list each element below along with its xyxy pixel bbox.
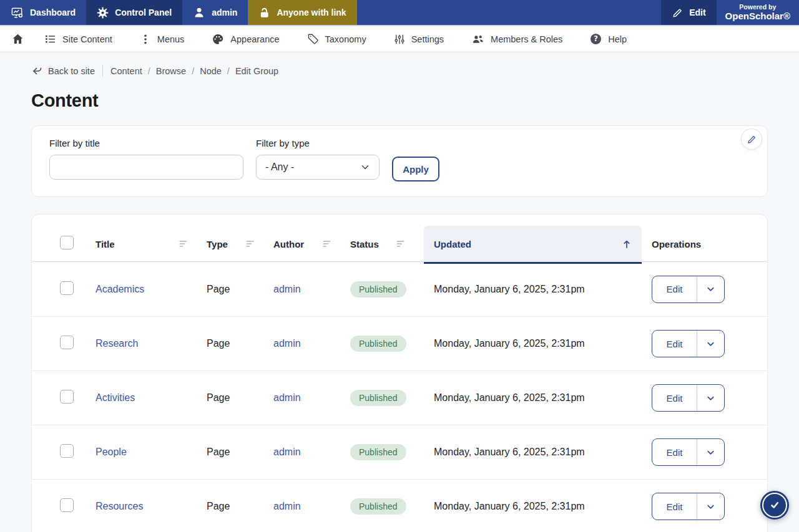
row-edit-button[interactable]: Edit [652, 331, 697, 357]
topbar-spacer [357, 0, 662, 25]
topbar-item-share-link[interactable]: Anyone with link [248, 0, 356, 25]
filter-edit-button[interactable] [741, 128, 762, 150]
row-author-link[interactable]: admin [273, 447, 301, 457]
topbar-item-control-panel[interactable]: Control Panel [86, 0, 182, 25]
row-checkbox-cell [60, 390, 96, 406]
breadcrumb-item[interactable]: Content [110, 66, 142, 76]
select-all-checkbox[interactable] [60, 236, 74, 249]
status-badge: Published [350, 444, 406, 460]
row-author-link[interactable]: admin [273, 392, 301, 403]
row-author-link[interactable]: admin [273, 501, 301, 511]
sort-icon[interactable] [396, 240, 405, 248]
pencil-icon [747, 134, 757, 144]
filter-type-select[interactable]: - Any - [256, 155, 380, 180]
topbar-item-admin[interactable]: admin [182, 0, 248, 25]
topbar-item-dashboard[interactable]: Dashboard [0, 0, 86, 25]
column-header-title[interactable]: Title [96, 239, 207, 249]
row-edit-button[interactable]: Edit [652, 276, 697, 302]
dashboard-icon [11, 6, 24, 19]
row-operations-split-button: Edit [652, 493, 725, 520]
column-header-label: Title [96, 239, 115, 249]
row-updated: Monday, January 6, 2025, 2:31pm [434, 392, 585, 403]
column-header-label: Status [350, 239, 379, 249]
row-edit-button[interactable]: Edit [652, 493, 697, 520]
topbar-item-label: Control Panel [115, 7, 172, 17]
topbar-edit-label: Edit [689, 7, 705, 17]
row-operations-dropdown-button[interactable] [697, 439, 724, 465]
row-operations-split-button: Edit [652, 438, 725, 466]
row-type: Page [207, 392, 230, 403]
sort-icon[interactable] [323, 240, 331, 248]
sort-icon[interactable] [246, 240, 255, 248]
row-title-link[interactable]: People [96, 447, 127, 457]
sort-icon[interactable] [179, 240, 188, 248]
nav-item-label: Taxonomy [325, 34, 366, 44]
nav-item-label: Menus [157, 34, 185, 44]
breadcrumb-trail: Content / Browse / Node / Edit Group [110, 66, 278, 76]
row-type: Page [207, 501, 230, 511]
kebab-icon [140, 34, 151, 45]
column-header-label: Updated [434, 239, 471, 249]
row-operations-dropdown-button[interactable] [697, 493, 724, 520]
pencil-icon [672, 7, 683, 18]
row-checkbox-cell [60, 336, 96, 352]
topbar-edit-button[interactable]: Edit [661, 0, 716, 25]
nav-item-appearance[interactable]: Appearance [212, 33, 279, 46]
row-author-link[interactable]: admin [273, 284, 301, 294]
row-operations-dropdown-button[interactable] [697, 385, 724, 411]
topbar: Dashboard Control Panel [0, 0, 799, 26]
row-checkbox-cell [60, 498, 96, 515]
row-checkbox[interactable] [60, 281, 74, 295]
table-row: Activities Page admin Published Monday, … [32, 370, 767, 425]
row-title-link[interactable]: Academics [96, 284, 144, 294]
chevron-down-icon [706, 284, 715, 294]
row-checkbox[interactable] [60, 336, 74, 349]
home-icon[interactable] [11, 32, 24, 46]
sliders-icon [394, 34, 405, 45]
status-badge: Published [350, 498, 406, 515]
apply-button[interactable]: Apply [392, 157, 439, 181]
breadcrumb-item[interactable]: Browse [156, 66, 186, 76]
row-operations-dropdown-button[interactable] [697, 276, 724, 302]
nav-item-members-roles[interactable]: Members & Roles [471, 32, 562, 46]
row-checkbox[interactable] [60, 498, 74, 512]
nav-item-site-content[interactable]: Site Content [44, 33, 112, 45]
nav-item-settings[interactable]: Settings [394, 34, 444, 45]
row-checkbox[interactable] [60, 444, 74, 458]
column-header-updated-sorted[interactable]: Updated [424, 226, 642, 262]
topbar-item-label: Anyone with link [277, 7, 346, 17]
row-edit-button[interactable]: Edit [652, 439, 697, 465]
nav-item-label: Members & Roles [491, 34, 562, 44]
row-operations-dropdown-button[interactable] [697, 331, 724, 357]
row-author-link[interactable]: admin [273, 338, 301, 349]
palette-icon [212, 33, 224, 46]
filter-panel: Filter by title Filter by type - Any - A… [31, 125, 768, 197]
row-title-link[interactable]: Research [96, 338, 138, 349]
row-operations-split-button: Edit [652, 330, 725, 357]
breadcrumb-item[interactable]: Node [200, 66, 222, 76]
chevron-down-icon [706, 339, 715, 349]
row-title-link[interactable]: Resources [96, 501, 143, 511]
user-icon [193, 6, 205, 19]
gear-icon [97, 7, 109, 19]
status-badge: Published [350, 390, 406, 406]
main-content: Back to site Content / Browse / Node / E… [0, 65, 799, 532]
sort-ascending-arrow-icon [622, 239, 632, 249]
row-title-link[interactable]: Activities [96, 392, 135, 403]
back-to-site-link[interactable]: Back to site [31, 65, 95, 77]
breadcrumb-item[interactable]: Edit Group [235, 66, 278, 76]
column-header-author[interactable]: Author [273, 239, 350, 249]
nav-item-help[interactable]: ? Help [590, 33, 627, 45]
filter-title-input[interactable] [49, 155, 243, 180]
confirm-check-button[interactable] [760, 491, 789, 520]
column-header-status[interactable]: Status [350, 239, 424, 249]
chevron-down-icon [706, 448, 715, 457]
back-arrow-icon [31, 65, 42, 77]
column-header-type[interactable]: Type [207, 239, 273, 249]
row-checkbox[interactable] [60, 390, 74, 404]
nav-item-menus[interactable]: Menus [140, 34, 185, 45]
nav-item-taxonomy[interactable]: Taxonomy [307, 33, 366, 45]
breadcrumb-separator: / [148, 66, 150, 76]
row-edit-button[interactable]: Edit [652, 385, 697, 411]
column-header-label: Author [273, 239, 304, 249]
